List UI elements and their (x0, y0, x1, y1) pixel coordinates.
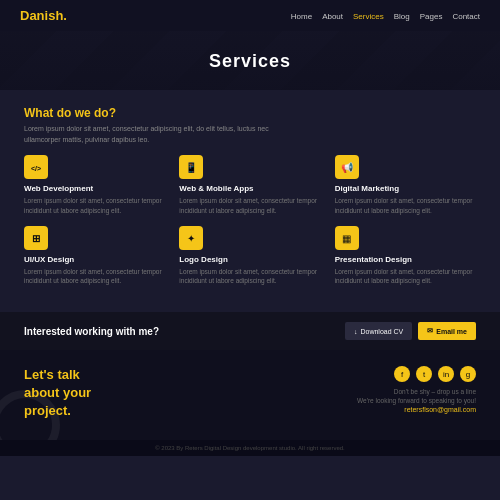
logo-design-icon (187, 231, 195, 245)
footer-tagline1: Don't be shy – drop us a line (357, 388, 476, 395)
heading-normal: What do (24, 106, 75, 120)
footer-tagline2: We're looking forward to speaking to you… (357, 397, 476, 404)
nav-about[interactable]: About (322, 12, 343, 21)
footer-line1: Let's talk (24, 367, 80, 382)
service-card-ui: UI/UX Design Lorem ipsum dolor sit amet,… (24, 226, 165, 287)
main-content: What do we do? Lorem ipsum dolor sit ame… (0, 90, 500, 312)
social-facebook-icon[interactable]: f (394, 366, 410, 382)
logo-text: Dani (20, 8, 48, 23)
service-desc-presentation: Lorem ipsum dolor sit amet, consectetur … (335, 267, 476, 287)
what-we-do-heading: What do we do? (24, 106, 476, 120)
service-desc-logo: Lorem ipsum dolor sit amet, consectetur … (179, 267, 320, 287)
download-label: Download CV (360, 328, 403, 335)
social-google-icon[interactable]: g (460, 366, 476, 382)
nav-blog[interactable]: Blog (394, 12, 410, 21)
footer-left: Let's talk about your project. (24, 366, 91, 421)
footer-right: f t in g Don't be shy – drop us a line W… (357, 366, 476, 415)
service-card-mobile: Web & Mobile Apps Lorem ipsum dolor sit … (179, 155, 320, 216)
cta-heading: Interested working with me? (24, 326, 159, 337)
footer: Let's talk about your project. f t in g … (0, 350, 500, 440)
what-we-do-description: Lorem ipsum dolor sit amet, consectetur … (24, 124, 304, 145)
ui-ux-icon (32, 231, 40, 245)
service-card-logo: Logo Design Lorem ipsum dolor sit amet, … (179, 226, 320, 287)
service-desc-web-dev: Lorem ipsum dolor sit amet, consectetur … (24, 196, 165, 216)
copyright-text: © 2023 By Reters Digital Design developm… (155, 445, 345, 451)
services-grid: Web Development Lorem ipsum dolor sit am… (24, 155, 476, 286)
cta-section: Interested working with me? Download CV … (0, 312, 500, 350)
mobile-icon (179, 155, 203, 179)
social-linkedin-icon[interactable]: in (438, 366, 454, 382)
email-label: Email me (436, 328, 467, 335)
nav-contact[interactable]: Contact (452, 12, 480, 21)
email-button[interactable]: Email me (418, 322, 476, 340)
nav-links: Home About Services Blog Pages Contact (291, 10, 480, 21)
footer-bottom: © 2023 By Reters Digital Design developm… (0, 440, 500, 456)
service-card-marketing: Digital Marketing Lorem ipsum dolor sit … (335, 155, 476, 216)
nav-services[interactable]: Services (353, 12, 384, 21)
service-title-ui: UI/UX Design (24, 255, 165, 264)
download-icon (354, 328, 358, 335)
cta-buttons: Download CV Email me (345, 322, 476, 340)
hero-title: Services (0, 51, 500, 72)
web-dev-icon (24, 155, 48, 179)
service-desc-ui: Lorem ipsum dolor sit amet, consectetur … (24, 267, 165, 287)
service-card-presentation: Presentation Design Lorem ipsum dolor si… (335, 226, 476, 287)
nav-home[interactable]: Home (291, 12, 312, 21)
presentation-icon-box (335, 226, 359, 250)
hero-section: Services (0, 31, 500, 90)
footer-heading: Let's talk about your project. (24, 366, 91, 421)
heading-accent: we do? (75, 106, 116, 120)
download-cv-button[interactable]: Download CV (345, 322, 412, 340)
navbar: Danish. Home About Services Blog Pages C… (0, 0, 500, 31)
service-title-presentation: Presentation Design (335, 255, 476, 264)
code-icon (31, 160, 41, 174)
service-desc-marketing: Lorem ipsum dolor sit amet, consectetur … (335, 196, 476, 216)
email-icon (427, 327, 433, 335)
nav-pages[interactable]: Pages (420, 12, 443, 21)
marketing-icon-box (335, 155, 359, 179)
service-title-mobile: Web & Mobile Apps (179, 184, 320, 193)
service-desc-mobile: Lorem ipsum dolor sit amet, consectetur … (179, 196, 320, 216)
footer-email[interactable]: retersflson@gmail.com (357, 406, 476, 413)
service-title-web-dev: Web Development (24, 184, 165, 193)
logo[interactable]: Danish. (20, 8, 67, 23)
mobile-apps-icon (185, 160, 197, 174)
ui-icon-box (24, 226, 48, 250)
footer-line2: about your (24, 385, 91, 400)
logo-icon-box (179, 226, 203, 250)
service-title-logo: Logo Design (179, 255, 320, 264)
service-title-marketing: Digital Marketing (335, 184, 476, 193)
footer-accent: project. (24, 403, 71, 418)
presentation-design-icon (342, 231, 351, 245)
megaphone-icon (341, 160, 353, 174)
logo-accent: sh. (48, 8, 67, 23)
social-icons: f t in g (357, 366, 476, 382)
social-twitter-icon[interactable]: t (416, 366, 432, 382)
service-card-web-dev: Web Development Lorem ipsum dolor sit am… (24, 155, 165, 216)
what-we-do-section: What do we do? Lorem ipsum dolor sit ame… (24, 106, 476, 145)
